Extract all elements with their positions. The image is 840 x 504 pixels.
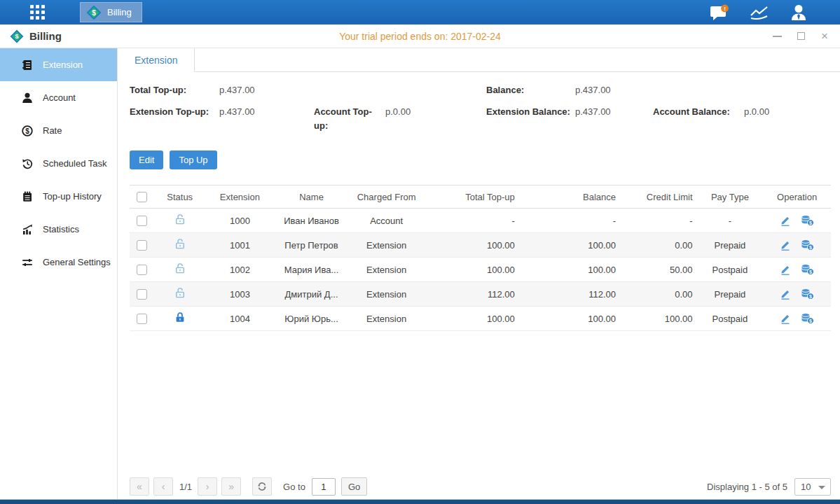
unlocked-icon [174, 214, 186, 225]
top-up-row-button[interactable]: $ [801, 239, 814, 251]
row-checkbox[interactable] [137, 289, 147, 300]
trial-notice: Your trial period ends on: 2017-02-24 [0, 31, 840, 42]
go-button[interactable]: Go [341, 477, 367, 496]
action-bar: Edit Top Up [118, 141, 840, 169]
maximize-button[interactable] [795, 31, 806, 42]
sidebar-item-topup-history[interactable]: Top-up History [0, 180, 117, 213]
top-up-row-button[interactable]: $ [801, 264, 814, 275]
coins-icon: $ [801, 288, 814, 300]
pagination-bar: « ‹ 1/1 › » Go to [130, 477, 831, 496]
maximize-icon [797, 32, 805, 40]
edit-row-button[interactable] [780, 313, 791, 324]
taskbar-item-label: Billing [107, 7, 132, 18]
operation-cell: $ [763, 233, 831, 258]
table-row: 1004Юрий Юрь...Extension100.00100.00100.… [130, 307, 831, 331]
balance-value: p.437.00 [575, 83, 611, 97]
notepad-icon [21, 190, 34, 203]
charged-from-cell: Extension [348, 282, 425, 307]
sidebar: Extension Account $ Rate [0, 48, 118, 499]
col-credit-limit: Credit Limit [620, 186, 697, 209]
unlocked-icon [174, 238, 186, 250]
sidebar-item-general-settings[interactable]: General Settings [0, 246, 117, 279]
extension-balance-label: Extension Balance: [486, 105, 575, 119]
edit-row-button[interactable] [780, 288, 791, 300]
edit-button[interactable]: Edit [130, 150, 163, 169]
edit-row-button[interactable] [780, 239, 791, 251]
top-up-row-button[interactable]: $ [801, 288, 814, 300]
col-extension: Extension [205, 186, 275, 209]
desktop-topbar: $ Billing ! [0, 0, 840, 24]
charged-from-cell: Account [348, 209, 425, 233]
credit-limit-cell: - [620, 209, 697, 233]
row-checkbox[interactable] [137, 240, 147, 251]
pencil-icon [780, 264, 791, 275]
row-checkbox[interactable] [137, 216, 147, 226]
total-topup-cell: 100.00 [425, 307, 518, 331]
table-header-row: Status Extension Name Charged From Total… [130, 186, 831, 209]
chevron-down-icon [818, 486, 825, 489]
balance-cell: 100.00 [519, 307, 620, 331]
sidebar-item-label: Extension [43, 59, 83, 70]
edit-row-button[interactable] [780, 215, 791, 226]
page-indicator: 1/1 [179, 482, 192, 492]
pay-type-cell: - [697, 209, 764, 233]
sidebar-item-statistics[interactable]: Statistics [0, 213, 117, 246]
goto-page-input[interactable] [312, 478, 336, 496]
edit-row-button[interactable] [780, 264, 791, 275]
charged-from-cell: Extension [348, 258, 425, 282]
account-topup-value: p.0.00 [385, 105, 411, 133]
row-checkbox[interactable] [137, 314, 147, 324]
sidebar-item-account[interactable]: Account [0, 81, 117, 114]
extension-balance-value: p.437.00 [575, 105, 653, 119]
window-title: Billing [29, 30, 62, 42]
account-topup-label: Account Top-up: [314, 105, 385, 133]
sidebar-item-scheduled-task[interactable]: Scheduled Task [0, 147, 117, 180]
svg-text:$: $ [25, 127, 29, 134]
close-button[interactable]: × [819, 31, 830, 42]
sidebar-item-label: Rate [43, 125, 62, 136]
pencil-icon [780, 313, 791, 324]
sidebar-item-extension[interactable]: Extension [0, 48, 117, 81]
displaying-text: Displaying 1 - 5 of 5 [707, 482, 787, 492]
coins-icon: $ [801, 215, 814, 226]
table-row: 1001Петр ПетровExtension100.00100.000.00… [130, 233, 831, 258]
balance-cell: 100.00 [519, 258, 620, 282]
user-account-button[interactable] [790, 4, 808, 21]
svg-text:!: ! [724, 5, 726, 11]
resource-monitor-button[interactable] [749, 5, 770, 20]
extension-topup-label: Extension Top-up: [130, 105, 219, 133]
app-grid-button[interactable] [21, 0, 53, 24]
col-operation: Operation [763, 186, 831, 209]
refresh-button[interactable] [252, 477, 272, 496]
select-all-checkbox[interactable] [137, 192, 147, 202]
prev-page-button[interactable]: ‹ [153, 477, 173, 496]
row-checkbox[interactable] [137, 265, 147, 275]
main-content: Extension Total Top-up: p.437.00 Extensi… [118, 48, 840, 499]
taskbar-item-billing[interactable]: $ Billing [80, 2, 142, 22]
top-up-button[interactable]: Top Up [170, 150, 216, 169]
svg-text:$: $ [809, 220, 812, 226]
last-page-button[interactable]: » [221, 477, 241, 496]
sidebar-item-rate[interactable]: $ Rate [0, 114, 117, 147]
sidebar-item-label: General Settings [43, 257, 111, 267]
balance-cell: 112.00 [519, 282, 620, 307]
first-page-button[interactable]: « [130, 477, 149, 496]
minimize-button[interactable] [771, 31, 783, 42]
pencil-icon [780, 288, 791, 300]
desktop-bottom-strip [0, 500, 840, 504]
extension-cell: 1000 [205, 209, 275, 233]
top-up-row-button[interactable]: $ [801, 215, 814, 226]
pencil-icon [780, 215, 791, 226]
pay-type-cell: Prepaid [697, 233, 764, 258]
sidebar-item-label: Statistics [43, 224, 79, 234]
notifications-button[interactable]: ! [710, 4, 729, 21]
tab-extension[interactable]: Extension [118, 48, 195, 72]
extension-topup-value: p.437.00 [219, 105, 314, 133]
credit-limit-cell: 50.00 [620, 258, 697, 282]
next-page-button[interactable]: › [198, 477, 217, 496]
name-cell: Мария Ива... [275, 258, 348, 282]
page-size-select[interactable]: 10 [794, 478, 831, 496]
name-cell: Дмитрий Д... [275, 282, 348, 307]
top-up-row-button[interactable]: $ [801, 313, 814, 324]
sliders-icon [21, 256, 34, 269]
